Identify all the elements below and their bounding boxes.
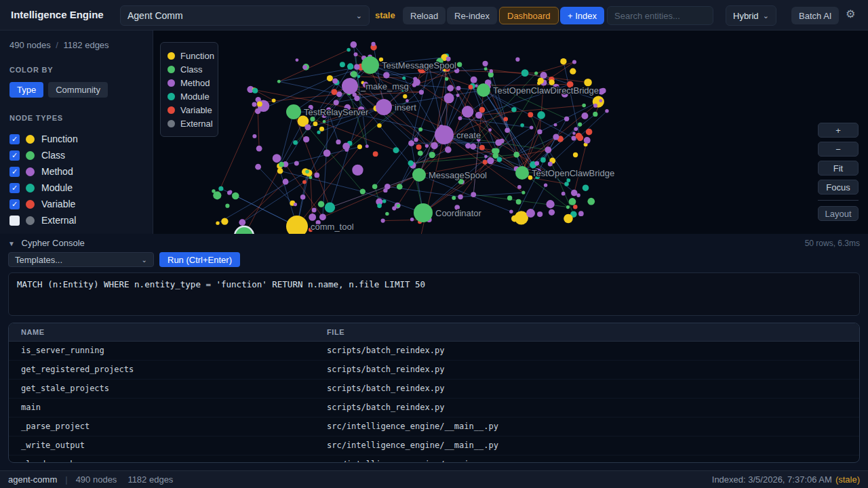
graph-node[interactable] — [303, 136, 309, 142]
graph-node[interactable] — [456, 86, 461, 91]
graph-node[interactable] — [252, 134, 256, 138]
graph-node[interactable] — [465, 143, 471, 148]
graph-node[interactable] — [546, 200, 554, 208]
graph-node[interactable] — [332, 79, 338, 84]
graph-node[interactable] — [487, 157, 494, 164]
graph-node[interactable] — [392, 206, 396, 210]
graph-hub-node[interactable] — [414, 203, 433, 222]
graph-node[interactable] — [272, 98, 276, 102]
graph-node[interactable] — [564, 182, 569, 186]
graph-node[interactable] — [483, 160, 488, 165]
graph-node[interactable] — [383, 72, 390, 79]
graph-node[interactable] — [318, 201, 324, 207]
graph-hub-node[interactable] — [286, 104, 301, 119]
graph-node[interactable] — [447, 85, 454, 92]
search-mode-select[interactable]: Hybrid ⌄ — [726, 5, 776, 26]
graph-node[interactable] — [462, 106, 473, 117]
graph-node[interactable] — [475, 112, 482, 119]
node-type-checkbox[interactable]: ✓ — [9, 167, 20, 177]
graph-hub-node[interactable] — [376, 99, 392, 115]
graph-node[interactable] — [319, 127, 324, 131]
graph-node[interactable] — [573, 152, 578, 157]
graph-node[interactable] — [221, 218, 228, 225]
graph-node[interactable] — [497, 157, 502, 162]
graph-node[interactable] — [239, 219, 245, 226]
graph-node[interactable] — [347, 63, 353, 69]
graph-node[interactable] — [540, 157, 546, 163]
graph-node[interactable] — [425, 144, 429, 148]
node-type-checkbox[interactable]: ✓ — [9, 199, 20, 209]
node-type-item[interactable]: ✓Class — [9, 147, 143, 163]
graph-node[interactable] — [273, 154, 281, 163]
graph-node[interactable] — [418, 127, 422, 131]
zoom-out-button[interactable]: − — [818, 142, 859, 157]
table-row[interactable]: get_stale_projectsscripts/batch_reindex.… — [9, 379, 859, 398]
graph-node[interactable] — [372, 184, 378, 190]
graph-node[interactable] — [513, 152, 519, 158]
graph-node[interactable] — [377, 123, 382, 128]
node-type-item[interactable]: ✓Module — [9, 180, 143, 196]
graph-node[interactable] — [530, 126, 534, 130]
graph-node[interactable] — [232, 192, 239, 200]
graph-node[interactable] — [323, 120, 326, 123]
graph-node[interactable] — [403, 94, 407, 98]
graph-node[interactable] — [314, 173, 319, 178]
graph-node[interactable] — [351, 71, 357, 78]
graph-node[interactable] — [429, 152, 435, 158]
graph-node[interactable] — [537, 111, 545, 119]
graph-node[interactable] — [360, 188, 366, 194]
graph-node[interactable] — [277, 80, 281, 83]
query-editor[interactable] — [8, 272, 860, 316]
graph-node[interactable] — [566, 205, 570, 209]
graph-node[interactable] — [302, 180, 307, 184]
graph-node[interactable] — [381, 218, 385, 222]
graph-node[interactable] — [471, 192, 476, 197]
graph-node[interactable] — [418, 150, 423, 156]
graph-node[interactable] — [313, 121, 318, 126]
graph-node[interactable] — [526, 209, 535, 218]
graph-node[interactable] — [302, 65, 307, 70]
node-type-item[interactable]: External — [9, 212, 143, 228]
graph-node[interactable] — [521, 191, 525, 195]
graph-node[interactable] — [352, 165, 363, 176]
graph-node[interactable] — [572, 131, 576, 135]
graph-node[interactable] — [225, 204, 229, 208]
graph-hub-node[interactable] — [361, 56, 379, 74]
graph-node[interactable] — [319, 214, 326, 220]
graph-node[interactable] — [279, 162, 284, 167]
graph-hub-node[interactable] — [235, 226, 254, 234]
graph-node[interactable] — [576, 193, 580, 197]
graph-node[interactable] — [377, 203, 382, 208]
graph-node[interactable] — [419, 89, 424, 94]
graph-node[interactable] — [583, 184, 589, 190]
graph-node[interactable] — [538, 77, 544, 83]
graph-node[interactable] — [312, 208, 317, 213]
graph-node[interactable] — [479, 145, 485, 150]
graph-node[interactable] — [336, 140, 340, 144]
node-type-item[interactable]: ✓Variable — [9, 196, 143, 212]
graph-node[interactable] — [511, 216, 518, 222]
graph-node[interactable] — [504, 117, 508, 121]
graph-node[interactable] — [457, 62, 462, 67]
graph-node[interactable] — [509, 210, 513, 214]
add-index-button[interactable]: + Index — [560, 7, 604, 24]
graph-node[interactable] — [410, 218, 414, 221]
graph-node[interactable] — [296, 58, 299, 62]
table-row[interactable]: _load_graphsrc/intelligence_engine/__mai… — [9, 455, 859, 463]
graph-node[interactable] — [561, 192, 566, 196]
graph-node[interactable] — [323, 150, 331, 157]
fit-button[interactable]: Fit — [818, 161, 859, 176]
graph-node[interactable] — [444, 93, 454, 103]
graph-node[interactable] — [408, 161, 414, 166]
graph-node[interactable] — [470, 144, 476, 150]
graph-node[interactable] — [560, 58, 566, 64]
node-type-item[interactable]: ✓Function — [9, 131, 143, 147]
graph-svg[interactable]: TestMessageSpool_make_msginsertTestRelay… — [153, 30, 868, 234]
templates-select[interactable]: Templates... ⌄ — [8, 252, 154, 267]
graph-node[interactable] — [495, 139, 502, 146]
graph-node[interactable] — [587, 198, 595, 205]
table-row[interactable]: mainscripts/batch_reindex.py — [9, 398, 859, 417]
graph-hub-node[interactable] — [342, 78, 358, 94]
project-select[interactable]: Agent Comm ⌄ — [120, 5, 370, 26]
node-type-checkbox[interactable]: ✓ — [9, 134, 20, 144]
